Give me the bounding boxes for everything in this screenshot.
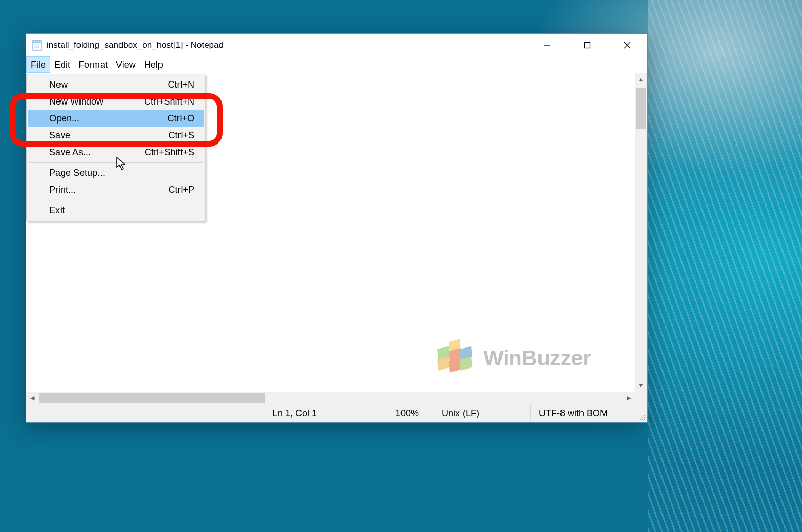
menu-item-shortcut: Ctrl+S (168, 130, 194, 141)
menu-item-shortcut: Ctrl+N (168, 79, 194, 90)
notepad-window: install_folding_sandbox_on_host[1] - Not… (26, 33, 648, 423)
menu-item-page-setup[interactable]: Page Setup... (28, 165, 204, 181)
menu-item-new-window[interactable]: New Window Ctrl+Shift+N (28, 93, 204, 110)
menu-separator (29, 162, 203, 163)
menubar: File Edit Format View Help (26, 56, 647, 73)
menu-item-label: New Window (49, 96, 103, 107)
horizontal-scroll-thumb[interactable] (39, 393, 265, 403)
status-line-ending: Unix (LF) (433, 404, 530, 422)
file-menu-dropdown: New Ctrl+N New Window Ctrl+Shift+N Open.… (26, 74, 205, 221)
maximize-icon (584, 42, 591, 49)
svg-point-5 (40, 41, 41, 42)
menu-separator (29, 200, 203, 200)
scrollbar-corner (635, 392, 647, 404)
horizontal-scroll-row: ◀ ▶ (26, 392, 647, 404)
menu-item-shortcut: Ctrl+Shift+S (145, 147, 194, 158)
status-encoding-text: UTF-8 with BOM (539, 408, 608, 419)
menu-file-label: File (31, 59, 46, 70)
menu-edit[interactable]: Edit (50, 56, 74, 73)
menu-item-exit[interactable]: Exit (28, 202, 204, 219)
desktop-wave (648, 0, 802, 532)
svg-rect-10 (585, 43, 590, 48)
horizontal-scrollbar[interactable]: ◀ ▶ (26, 392, 635, 404)
menu-item-label: Print... (49, 185, 76, 195)
menu-edit-label: Edit (54, 59, 70, 70)
menu-file[interactable]: File (26, 56, 50, 73)
vertical-scroll-thumb[interactable] (636, 88, 646, 129)
menu-item-open[interactable]: Open... Ctrl+O (28, 110, 204, 127)
maximize-button[interactable] (567, 34, 607, 56)
status-eol-text: Unix (LF) (442, 408, 479, 419)
menu-format-label: Format (78, 59, 108, 70)
status-zoom: 100% (387, 404, 433, 422)
menu-item-label: Page Setup... (49, 168, 105, 178)
menu-format[interactable]: Format (74, 56, 112, 73)
svg-point-2 (34, 41, 35, 42)
status-spacer (26, 404, 264, 422)
scroll-left-arrow-icon[interactable]: ◀ (26, 392, 38, 404)
minimize-button[interactable] (527, 34, 567, 56)
menu-item-shortcut: Ctrl+Shift+N (144, 96, 194, 107)
scroll-down-arrow-icon[interactable]: ▼ (635, 379, 647, 392)
svg-rect-14 (642, 417, 643, 418)
svg-point-4 (38, 41, 39, 42)
statusbar: Ln 1, Col 1 100% Unix (LF) UTF-8 with BO… (26, 404, 647, 422)
close-button[interactable] (607, 34, 647, 56)
menu-item-label: Save As... (49, 147, 91, 158)
svg-rect-17 (642, 419, 643, 420)
menu-item-label: Exit (49, 205, 65, 216)
svg-rect-16 (640, 419, 641, 420)
scroll-up-arrow-icon[interactable]: ▲ (635, 73, 647, 86)
window-title: install_folding_sandbox_on_host[1] - Not… (47, 40, 224, 50)
svg-rect-13 (644, 415, 645, 416)
menu-item-shortcut: Ctrl+O (167, 113, 194, 124)
menu-item-new[interactable]: New Ctrl+N (28, 76, 204, 93)
menu-item-print[interactable]: Print... Ctrl+P (28, 181, 204, 198)
menu-view[interactable]: View (112, 56, 140, 73)
svg-rect-18 (644, 419, 645, 420)
status-encoding: UTF-8 with BOM (530, 404, 638, 422)
menu-item-save-as[interactable]: Save As... Ctrl+Shift+S (28, 144, 204, 161)
status-zoom-text: 100% (395, 408, 419, 419)
menu-item-label: Open... (49, 113, 79, 124)
close-icon (623, 41, 631, 49)
resize-grip-icon[interactable] (638, 404, 647, 422)
menu-item-shortcut: Ctrl+P (168, 185, 194, 195)
minimize-icon (543, 41, 551, 49)
status-position-text: Ln 1, Col 1 (272, 408, 317, 419)
menu-item-label: New (49, 79, 68, 90)
menu-item-save[interactable]: Save Ctrl+S (28, 127, 204, 144)
menu-help-label: Help (144, 59, 163, 70)
titlebar[interactable]: install_folding_sandbox_on_host[1] - Not… (26, 34, 647, 56)
menu-help[interactable]: Help (140, 56, 167, 73)
vertical-scrollbar[interactable]: ▲ ▼ (635, 73, 647, 392)
svg-point-3 (36, 41, 37, 42)
status-position: Ln 1, Col 1 (264, 404, 387, 422)
scroll-right-arrow-icon[interactable]: ▶ (623, 392, 635, 404)
window-controls (527, 34, 647, 56)
menu-view-label: View (116, 59, 136, 70)
menu-item-label: Save (49, 130, 70, 141)
svg-rect-15 (644, 417, 645, 418)
notepad-icon (31, 39, 43, 51)
